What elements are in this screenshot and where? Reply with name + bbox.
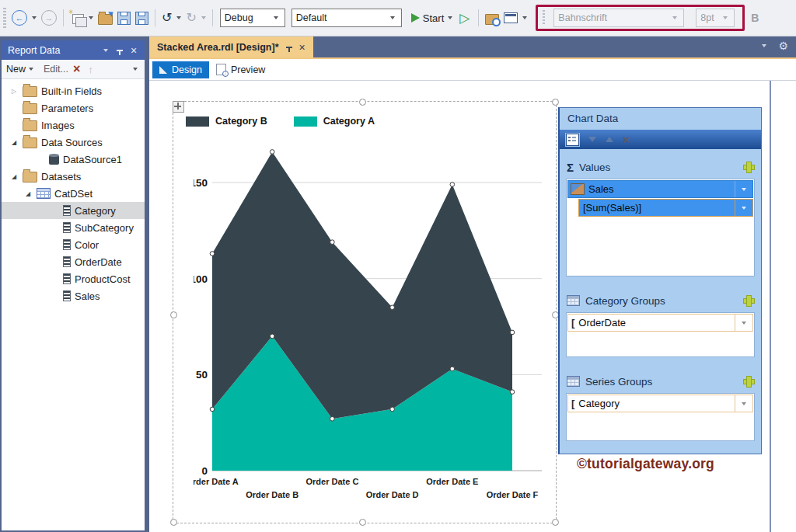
solution-configuration-value: Debug xyxy=(225,12,253,23)
tree-item-productcost[interactable]: ProductCost xyxy=(2,270,145,287)
toolbar-grip[interactable] xyxy=(543,10,545,26)
add-new-item-dropdown-icon[interactable] xyxy=(522,16,527,19)
add-category-group-button[interactable] xyxy=(744,296,754,306)
move-down-icon[interactable] xyxy=(588,137,596,142)
new-menu-button[interactable]: New xyxy=(6,64,26,75)
solution-configuration-select[interactable]: Debug xyxy=(220,9,285,27)
tab-list-chevron-icon[interactable] xyxy=(762,44,766,47)
tree-item-subcategory[interactable]: SubCategory xyxy=(2,219,145,236)
series-group-dropdown[interactable] xyxy=(735,395,752,412)
tree-item-category[interactable]: Category xyxy=(2,202,145,219)
folder-icon xyxy=(23,172,37,183)
legend-item-category-a[interactable]: Category A xyxy=(294,116,375,127)
selection-handle[interactable] xyxy=(359,519,366,526)
save-all-button[interactable] xyxy=(133,7,151,29)
start-debug-icon[interactable] xyxy=(411,13,420,23)
document-tab[interactable]: Stacked Area.rdl [Design]* × xyxy=(149,37,313,57)
new-project-icon xyxy=(72,14,84,24)
tree-item-datasets[interactable]: ◢Datasets xyxy=(2,168,145,185)
legend-item-category-b[interactable]: Category B xyxy=(186,116,267,127)
tree-item-data-sources[interactable]: ◢Data Sources xyxy=(2,134,145,151)
gear-icon[interactable]: ⚙ xyxy=(778,40,788,51)
undo-button[interactable]: ↺ xyxy=(159,7,174,29)
bold-button[interactable]: B xyxy=(751,12,759,24)
field-icon xyxy=(63,290,71,301)
value-row-dropdown[interactable] xyxy=(735,200,752,216)
start-button[interactable]: Start xyxy=(423,12,444,24)
tab-design[interactable]: Design xyxy=(152,61,209,78)
redo-dropdown-icon[interactable] xyxy=(201,16,206,19)
report-data-header[interactable]: Report Data × xyxy=(2,40,145,60)
tree-item-built-in-fields[interactable]: ▷Built-in Fields xyxy=(2,82,145,99)
save-button[interactable] xyxy=(115,7,133,29)
group-bracket-icon: [ xyxy=(568,317,574,329)
open-file-button[interactable] xyxy=(96,7,115,29)
tab-preview-label: Preview xyxy=(231,64,265,75)
tree-item-images[interactable]: Images xyxy=(2,116,145,134)
tree-item-catdset[interactable]: ◢CatDSet xyxy=(2,185,145,202)
selection-handle[interactable] xyxy=(170,311,177,318)
tree-item-parameters[interactable]: Parameters xyxy=(2,99,145,116)
move-handle[interactable] xyxy=(173,101,184,113)
tab-preview[interactable]: Preview xyxy=(209,61,272,78)
undo-dropdown-icon[interactable] xyxy=(176,16,181,19)
tree-item-color[interactable]: Color xyxy=(2,236,145,253)
tree-item-sales[interactable]: Sales xyxy=(2,287,145,304)
value-row-sales[interactable]: Sales xyxy=(567,180,753,198)
toolbar-grip[interactable] xyxy=(3,8,6,28)
series-groups-section-header: Series Groups xyxy=(560,370,761,393)
panel-chevron-down-icon[interactable] xyxy=(100,44,112,57)
add-new-item-button[interactable] xyxy=(501,7,520,29)
new-project-dropdown-icon[interactable] xyxy=(89,16,93,19)
move-up-icon[interactable]: ↑ xyxy=(88,64,93,75)
panel-close-icon[interactable]: × xyxy=(127,44,140,57)
chart-object[interactable]: Category BCategory A 050100150Order Date… xyxy=(173,101,557,523)
panel-pin-icon[interactable] xyxy=(113,44,126,57)
move-up-icon[interactable] xyxy=(606,137,613,142)
pin-icon[interactable] xyxy=(286,47,292,48)
font-name-select[interactable]: Bahnschrift xyxy=(553,9,684,27)
navigate-back-dropdown-icon[interactable] xyxy=(32,16,37,19)
redo-button[interactable]: ↻ xyxy=(183,7,198,29)
navigate-back-button[interactable]: ← xyxy=(9,7,30,29)
selection-handle[interactable] xyxy=(552,519,559,526)
delete-icon[interactable]: × xyxy=(73,63,80,75)
series-group-row-category[interactable]: [ Category xyxy=(567,395,753,412)
values-list: Sales [Sum(Sales)] xyxy=(566,179,755,276)
toolbar-separator xyxy=(155,9,155,26)
expanded-arrow-icon[interactable]: ◢ xyxy=(9,139,19,146)
category-group-row-orderdate[interactable]: [ OrderDate xyxy=(567,314,753,332)
properties-list-icon[interactable] xyxy=(566,134,579,146)
edit-menu-button[interactable]: Edit... xyxy=(44,64,68,75)
save-icon xyxy=(117,12,131,25)
chevron-down-icon xyxy=(672,16,677,19)
menubar-overflow-chevron-icon[interactable] xyxy=(133,68,138,71)
selection-handle[interactable] xyxy=(552,99,559,106)
solution-platform-select[interactable]: Default xyxy=(292,9,402,27)
close-icon[interactable]: × xyxy=(299,42,305,53)
value-row-dropdown[interactable] xyxy=(735,181,752,197)
field-icon xyxy=(63,205,71,216)
expanded-arrow-icon[interactable]: ◢ xyxy=(23,190,33,197)
expanded-arrow-icon[interactable]: ◢ xyxy=(9,173,19,180)
collapsed-arrow-icon[interactable]: ▷ xyxy=(9,88,19,95)
navigate-forward-button[interactable]: → xyxy=(39,7,59,29)
new-project-button[interactable] xyxy=(68,7,86,29)
new-menu-chevron-icon[interactable] xyxy=(29,68,33,71)
font-size-select[interactable]: 8pt xyxy=(696,9,735,27)
tree-item-datasource1[interactable]: DataSource1 xyxy=(2,151,145,168)
grid-icon xyxy=(567,376,580,387)
add-series-group-button[interactable] xyxy=(744,377,754,387)
delete-icon[interactable]: × xyxy=(623,134,630,145)
chart-plot[interactable]: 050100150Order Date AOrder Date BOrder D… xyxy=(194,137,545,521)
selection-handle[interactable] xyxy=(359,99,366,106)
data-point-marker xyxy=(270,334,274,339)
selection-handle[interactable] xyxy=(170,519,177,526)
value-row-sum-sales[interactable]: [Sum(Sales)] xyxy=(578,199,753,217)
find-in-files-button[interactable] xyxy=(483,7,501,29)
add-value-button[interactable] xyxy=(744,162,754,172)
category-group-dropdown[interactable] xyxy=(735,315,752,331)
start-dropdown-icon[interactable] xyxy=(448,16,452,19)
tree-item-orderdate[interactable]: OrderDate xyxy=(2,253,145,270)
start-without-debugging-icon[interactable]: ▷ xyxy=(459,12,470,25)
